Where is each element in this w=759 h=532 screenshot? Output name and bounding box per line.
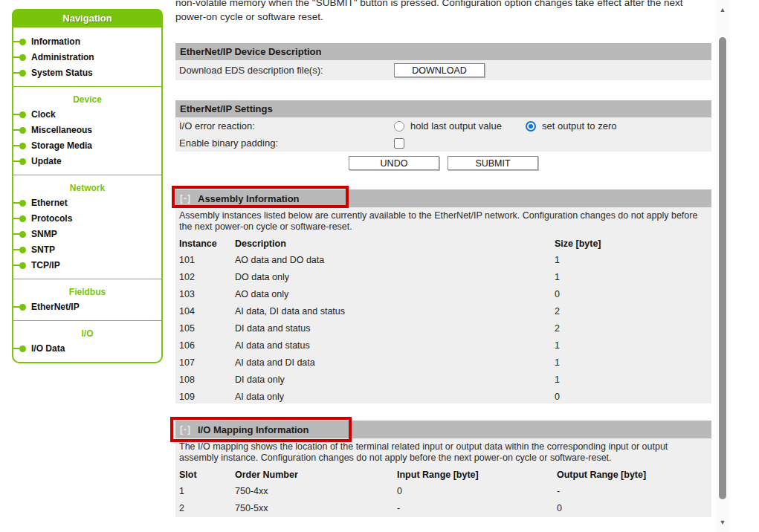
table-cell: 105 bbox=[179, 320, 235, 337]
page: Navigation InformationAdministrationSyst… bbox=[0, 0, 759, 532]
table-row: 104AI data, DI data and status2 bbox=[175, 303, 711, 320]
table-cell: 2 bbox=[179, 500, 235, 517]
intro-paragraph: non-volatile memory when the "SUBMIT" bu… bbox=[175, 0, 708, 24]
table-cell: AI data and DI data bbox=[235, 354, 555, 372]
download-button[interactable]: DOWNLOAD bbox=[394, 63, 485, 77]
sidebar-item-information[interactable]: Information bbox=[13, 34, 161, 50]
error-reaction-row: I/O error reaction: hold last output val… bbox=[175, 117, 711, 134]
table-cell: 0 bbox=[557, 500, 711, 517]
column-header: Slot bbox=[179, 467, 235, 483]
sidebar-item-system-status[interactable]: System Status bbox=[13, 65, 161, 81]
binary-padding-checkbox[interactable] bbox=[394, 138, 404, 149]
radio-hold-last-output-value[interactable] bbox=[394, 121, 404, 132]
vertical-scrollbar[interactable]: ▲ ▼ bbox=[716, 0, 729, 532]
settings-title: EtherNet/IP Settings bbox=[180, 103, 273, 114]
table-cell: DO data only bbox=[235, 269, 555, 286]
sidebar-item-ethernet-ip[interactable]: EtherNet/IP bbox=[13, 299, 161, 315]
sidebar-group-header: Device bbox=[13, 92, 161, 107]
table-row: 1750-4xx0- bbox=[175, 483, 711, 500]
table-cell: DI data and status bbox=[235, 320, 555, 337]
sidebar-item-protocols[interactable]: Protocols bbox=[13, 211, 161, 227]
column-header: Input Range [byte] bbox=[397, 467, 557, 483]
radio-set-output-to-zero[interactable] bbox=[526, 121, 536, 132]
table-cell: 102 bbox=[179, 269, 235, 286]
undo-button[interactable]: UNDO bbox=[349, 156, 439, 170]
form-buttons-row: UNDO SUBMIT bbox=[175, 156, 711, 170]
sidebar-item-administration[interactable]: Administration bbox=[13, 50, 161, 65]
scroll-down-icon[interactable]: ▼ bbox=[716, 519, 729, 526]
table-cell: 106 bbox=[179, 337, 235, 354]
table-cell: 1 bbox=[555, 252, 711, 269]
sidebar-item-miscellaneous[interactable]: Miscellaneous bbox=[13, 123, 161, 138]
table-header-row: SlotOrder NumberInput Range [byte]Output… bbox=[175, 467, 711, 483]
sidebar-group: InformationAdministrationSystem Status bbox=[13, 27, 161, 86]
table-cell: AO data only bbox=[235, 286, 555, 303]
sidebar-item-clock[interactable]: Clock bbox=[13, 107, 161, 123]
radio-hold-label[interactable]: hold last output value bbox=[410, 120, 502, 132]
column-header: Description bbox=[235, 236, 555, 252]
table-cell: 1 bbox=[179, 483, 235, 500]
table-cell: DI data only bbox=[235, 372, 555, 389]
error-reaction-label: I/O error reaction: bbox=[179, 120, 255, 132]
table-cell: 0 bbox=[397, 483, 557, 500]
sidebar-item-ethernet[interactable]: Ethernet bbox=[13, 195, 161, 211]
sidebar-group: DeviceClockMiscellaneousStorage MediaUpd… bbox=[13, 86, 161, 175]
table-cell: 2 bbox=[555, 303, 711, 320]
table-cell: 1 bbox=[555, 354, 711, 372]
sidebar-item-update[interactable]: Update bbox=[13, 154, 161, 169]
column-header: Order Number bbox=[235, 467, 397, 483]
download-eds-label: Download EDS description file(s): bbox=[179, 65, 323, 76]
sidebar-item-i-o-data[interactable]: I/O Data bbox=[13, 341, 161, 357]
table-cell: 750-5xx bbox=[235, 500, 397, 517]
device-description-panel: Download EDS description file(s): DOWNLO… bbox=[175, 60, 711, 80]
table-row: 101AO data and DO data1 bbox=[175, 252, 711, 269]
sidebar-item-tcp-ip[interactable]: TCP/IP bbox=[13, 258, 161, 273]
settings-header: EtherNet/IP Settings bbox=[175, 100, 711, 117]
mapping-panel: The I/O mapping shows the location of th… bbox=[175, 438, 711, 517]
table-row: 103AO data only0 bbox=[175, 286, 711, 303]
table-row: 109AI data only0 bbox=[175, 389, 711, 403]
table-row: 102DO data only1 bbox=[175, 269, 711, 286]
sidebar-group: NetworkEthernetProtocolsSNMPSNTPTCP/IP bbox=[13, 175, 161, 279]
assembly-table: 101AO data and DO data1102DO data only11… bbox=[175, 252, 711, 403]
table-cell: - bbox=[557, 483, 711, 500]
sidebar-group-header: I/O bbox=[13, 326, 161, 341]
mapping-table: 1750-4xx0-2750-5xx-0 bbox=[175, 483, 711, 517]
radio-zero-label[interactable]: set output to zero bbox=[542, 120, 616, 132]
table-cell: - bbox=[397, 500, 557, 517]
column-header: Instance bbox=[179, 236, 235, 252]
submit-button[interactable]: SUBMIT bbox=[448, 156, 538, 170]
sidebar-item-snmp[interactable]: SNMP bbox=[13, 227, 161, 242]
sidebar-groups: InformationAdministrationSystem StatusDe… bbox=[13, 27, 161, 362]
settings-panel: I/O error reaction: hold last output val… bbox=[175, 117, 711, 152]
table-cell: 1 bbox=[555, 269, 711, 286]
table-cell: 107 bbox=[179, 354, 235, 372]
scrollbar-thumb[interactable] bbox=[719, 37, 726, 499]
device-description-title: EtherNet/IP Device Description bbox=[180, 46, 322, 57]
mapping-description: The I/O mapping shows the location of th… bbox=[175, 438, 711, 464]
annotation-box-mapping bbox=[170, 417, 352, 442]
table-header-row: InstanceDescriptionSize [byte] bbox=[175, 236, 711, 252]
sidebar-group-header: Network bbox=[13, 181, 161, 195]
assembly-table-header: InstanceDescriptionSize [byte] bbox=[175, 236, 711, 252]
table-cell: AI data and status bbox=[235, 337, 555, 354]
sidebar-item-storage-media[interactable]: Storage Media bbox=[13, 138, 161, 154]
sidebar-item-sntp[interactable]: SNTP bbox=[13, 242, 161, 258]
table-cell: AI data only bbox=[235, 389, 555, 403]
assembly-panel: Assembly instances listed below are curr… bbox=[175, 207, 711, 403]
table-row: 105DI data and status2 bbox=[175, 320, 711, 337]
scroll-up-icon[interactable]: ▲ bbox=[716, 6, 729, 13]
table-cell: 1 bbox=[555, 337, 711, 354]
navigation-title: Navigation bbox=[12, 9, 163, 27]
table-cell: 0 bbox=[555, 286, 711, 303]
table-cell: 1 bbox=[555, 372, 711, 389]
table-row: 108DI data only1 bbox=[175, 372, 711, 389]
annotation-box-assembly bbox=[172, 186, 349, 208]
binary-padding-label: Enable binary padding: bbox=[179, 137, 278, 149]
table-cell: 104 bbox=[179, 303, 235, 320]
sidebar-group: I/OI/O Data bbox=[13, 320, 161, 362]
table-cell: 2 bbox=[555, 320, 711, 337]
column-header: Output Range [byte] bbox=[557, 467, 711, 483]
sidebar-group-header: Fieldbus bbox=[13, 285, 161, 299]
mapping-table-header: SlotOrder NumberInput Range [byte]Output… bbox=[175, 467, 711, 483]
